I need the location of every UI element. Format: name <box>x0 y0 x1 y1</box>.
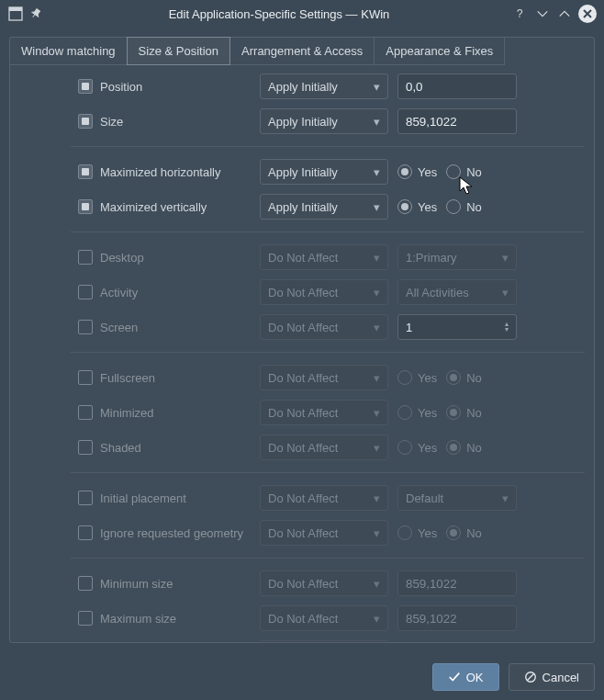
window-title: Edit Application-Specific Settings — KWi… <box>46 7 512 21</box>
radio-max-h-no[interactable]: No <box>446 164 482 179</box>
checkbox-max-h[interactable] <box>78 164 93 179</box>
row-fullscreen: Fullscreen Do Not Affect ▾ Yes No <box>19 360 585 395</box>
checkbox-max-v[interactable] <box>78 199 93 214</box>
checkbox-size[interactable] <box>78 114 93 129</box>
radio-fullscreen-yes: Yes <box>397 370 437 385</box>
input-min-size <box>397 570 517 596</box>
radio-label: Yes <box>418 165 437 179</box>
policy-text: Apply Initially <box>268 115 338 129</box>
label-size: Size <box>100 115 260 129</box>
checkbox-position[interactable] <box>78 79 93 94</box>
radio-label: Yes <box>418 526 437 540</box>
radio-label: No <box>466 526 482 540</box>
input-size[interactable] <box>397 108 517 134</box>
label-fullscreen: Fullscreen <box>100 371 260 385</box>
chevron-down-icon: ▾ <box>374 321 380 334</box>
titlebar: Edit Application-Specific Settings — KWi… <box>0 0 604 28</box>
radio-ignore-geom-yes: Yes <box>397 525 437 540</box>
dialog-buttons: OK Cancel <box>432 663 595 691</box>
tab-arrangement[interactable]: Arrangement & Access <box>229 37 375 65</box>
row-screen: Screen Do Not Affect ▾ 1 ▴▾ <box>19 310 585 344</box>
checkbox-max-size[interactable] <box>78 611 93 626</box>
policy-max-size: Do Not Affect ▾ <box>260 605 388 631</box>
help-icon[interactable]: ? <box>512 6 529 22</box>
tab-size-position[interactable]: Size & Position <box>127 37 230 65</box>
button-label: OK <box>466 671 484 684</box>
row-obey-geom: Obey geometry restrictions Do Not Affect… <box>19 636 585 642</box>
radio-minimized-yes: Yes <box>397 405 437 420</box>
tab-appearance[interactable]: Appearance & Fixes <box>374 37 505 65</box>
value-desktop: 1:Primary ▾ <box>397 244 517 270</box>
checkbox-desktop[interactable] <box>78 250 93 265</box>
radio-label: Yes <box>418 406 437 420</box>
policy-min-size: Do Not Affect ▾ <box>260 570 388 596</box>
minimize-icon[interactable] <box>534 6 551 22</box>
policy-text: Do Not Affect <box>268 406 338 420</box>
separator <box>71 146 585 147</box>
checkbox-minimized[interactable] <box>78 405 93 420</box>
checkbox-activity[interactable] <box>78 285 93 299</box>
radio-max-h-yes[interactable]: Yes <box>397 164 437 179</box>
window-menu-icon[interactable] <box>7 6 24 22</box>
radio-label: Yes <box>418 200 437 214</box>
pin-icon[interactable] <box>29 6 46 22</box>
ok-button[interactable]: OK <box>432 663 499 691</box>
policy-fullscreen: Do Not Affect ▾ <box>260 365 388 390</box>
value-screen[interactable]: 1 ▴▾ <box>397 314 517 340</box>
maximize-icon[interactable] <box>556 6 573 22</box>
svg-text:?: ? <box>517 7 523 20</box>
checkbox-shaded[interactable] <box>78 440 93 455</box>
label-screen: Screen <box>100 321 260 334</box>
label-desktop: Desktop <box>100 251 260 265</box>
radio-minimized-no: No <box>446 405 482 420</box>
row-max-h: Maximized horizontally Apply Initially ▾… <box>19 154 585 189</box>
policy-activity: Do Not Affect ▾ <box>260 279 388 305</box>
policy-text: Apply Initially <box>268 80 338 94</box>
chevron-down-icon: ▾ <box>374 612 380 626</box>
tab-window-matching[interactable]: Window matching <box>9 37 128 65</box>
chevron-down-icon: ▾ <box>374 371 380 385</box>
chevron-down-icon: ▾ <box>502 251 509 265</box>
policy-text: Do Not Affect <box>268 251 338 265</box>
label-max-h: Maximized horizontally <box>100 165 260 179</box>
checkbox-fullscreen[interactable] <box>78 370 93 385</box>
radio-max-v-no[interactable]: No <box>446 199 482 214</box>
chevron-down-icon: ▾ <box>502 491 509 505</box>
combo-text: 1:Primary <box>406 251 457 265</box>
checkbox-min-size[interactable] <box>78 576 93 591</box>
separator <box>71 352 585 353</box>
row-max-size: Maximum size Do Not Affect ▾ <box>19 601 585 636</box>
policy-desktop: Do Not Affect ▾ <box>260 244 388 270</box>
row-initial-placement: Initial placement Do Not Affect ▾ Defaul… <box>19 480 585 515</box>
row-activity: Activity Do Not Affect ▾ All Activities … <box>19 275 585 310</box>
radio-max-v-yes[interactable]: Yes <box>397 199 437 214</box>
policy-text: Apply Initially <box>268 165 338 179</box>
checkbox-screen[interactable] <box>78 320 93 334</box>
chevron-down-icon: ▾ <box>374 115 380 129</box>
input-max-size <box>397 605 517 631</box>
label-minimized: Minimized <box>100 406 260 420</box>
row-minimized: Minimized Do Not Affect ▾ Yes No <box>19 395 585 430</box>
chevron-down-icon: ▾ <box>374 165 380 179</box>
spin-arrows-icon[interactable]: ▴▾ <box>505 322 509 333</box>
close-icon[interactable] <box>578 5 597 23</box>
separator <box>71 231 585 232</box>
policy-size[interactable]: Apply Initially ▾ <box>260 108 388 134</box>
tab-bar: Window matching Size & Position Arrangem… <box>9 37 504 65</box>
tab-frame: Window matching Size & Position Arrangem… <box>9 37 595 643</box>
separator <box>71 472 585 473</box>
radio-label: No <box>466 406 482 420</box>
checkbox-ignore-geom[interactable] <box>78 525 93 540</box>
policy-position[interactable]: Apply Initially ▾ <box>260 73 388 99</box>
checkbox-initial-placement[interactable] <box>78 491 93 505</box>
radio-label: Yes <box>418 441 437 455</box>
policy-max-v[interactable]: Apply Initially ▾ <box>260 194 388 220</box>
row-position: Position Apply Initially ▾ <box>19 69 585 104</box>
input-position[interactable] <box>397 73 517 99</box>
cancel-button[interactable]: Cancel <box>509 663 595 691</box>
label-shaded: Shaded <box>100 441 260 455</box>
radio-label: No <box>466 200 482 214</box>
policy-max-h[interactable]: Apply Initially ▾ <box>260 159 388 185</box>
policy-text: Do Not Affect <box>268 526 338 540</box>
policy-shaded: Do Not Affect ▾ <box>260 435 388 460</box>
